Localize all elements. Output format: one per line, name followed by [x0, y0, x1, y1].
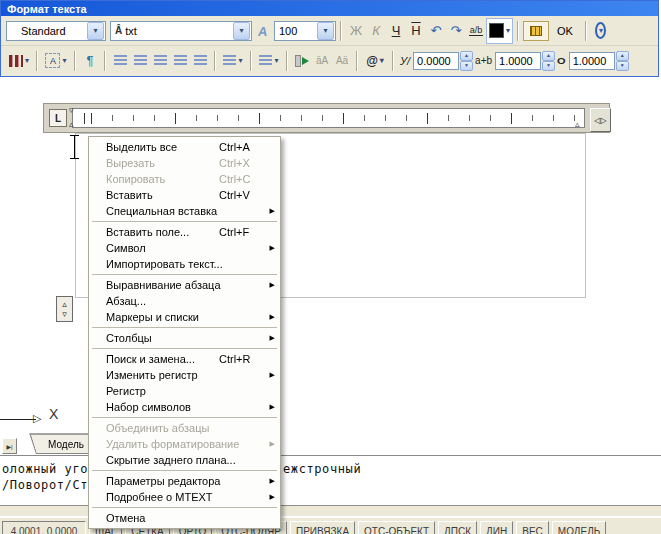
chevron-down-icon: ▾	[274, 56, 278, 65]
chevron-down-icon[interactable]	[233, 22, 250, 40]
menu-item[interactable]: Изменить регистр ▶	[90, 367, 279, 383]
menu-item[interactable]	[92, 417, 277, 418]
menu-item[interactable]: Удалить форматирование ▶	[90, 436, 279, 452]
menu-item[interactable]: Подробнее о MTEXT ▶	[90, 489, 279, 505]
options-button[interactable]: ▼	[591, 21, 611, 41]
status-toggle-button[interactable]: ДИН	[480, 521, 513, 534]
justify-button[interactable]	[170, 51, 190, 71]
underline-button[interactable]: Ч	[386, 21, 406, 41]
status-toggle-button[interactable]: ДПСК	[438, 521, 477, 534]
dialog-titlebar[interactable]: Формат текста	[1, 1, 658, 16]
chevron-down-icon[interactable]	[317, 22, 334, 40]
columns-button[interactable]: ▾	[6, 51, 32, 71]
lowercase-button[interactable]: Aä	[332, 51, 352, 71]
tab-stop-type-button[interactable]: L	[49, 109, 67, 127]
paragraph-button[interactable]: ¶	[80, 51, 100, 71]
menu-item[interactable]: Регистр	[90, 383, 279, 399]
menu-item[interactable]: Столбцы ▶	[90, 330, 279, 346]
symbol-button[interactable]: @ ▾	[362, 51, 388, 71]
hanging-indent-marker[interactable]: ▵	[69, 120, 74, 129]
command-text-fragment: ежстрочный	[283, 462, 361, 476]
menu-item[interactable]	[92, 507, 277, 508]
tracking-field[interactable]: 1.0000	[495, 52, 541, 70]
oblique-angle-stepper[interactable]	[460, 51, 473, 71]
ok-button[interactable]: OK	[549, 21, 581, 41]
oblique-angle-field[interactable]: 0.0000	[413, 52, 459, 70]
menu-item[interactable]	[92, 348, 277, 349]
spinner-up-icon[interactable]	[616, 51, 629, 61]
menu-item[interactable]: Копировать Ctrl+C	[90, 171, 279, 187]
menu-item[interactable]	[92, 274, 277, 275]
menu-item[interactable]: Вставить Ctrl+V	[90, 187, 279, 203]
menu-item-shortcut: Ctrl+R	[219, 353, 265, 365]
menu-item-label: Подробнее о MTEXT	[106, 491, 213, 503]
stack-fraction-button[interactable]: a/b	[466, 21, 486, 41]
menu-item[interactable]: Скрытие заднего плана...	[90, 452, 279, 468]
menu-item[interactable]: Параметры редактора ▶	[90, 473, 279, 489]
spinner-down-icon[interactable]	[460, 61, 473, 71]
width-factor-field[interactable]: 1.0000	[569, 52, 615, 70]
menu-item-label: Копировать	[106, 173, 165, 185]
menu-item-label: Параметры редактора	[106, 475, 220, 487]
first-line-indent-marker[interactable]: ▿	[69, 106, 74, 115]
status-toggle-button[interactable]: МОДЕЛЬ	[552, 521, 606, 534]
text-style-combobox[interactable]: Standard	[6, 21, 106, 41]
height-grip[interactable]: ▵▿	[56, 296, 73, 322]
font-combobox[interactable]: Â txt	[110, 21, 252, 41]
tab-model[interactable]: Модель	[36, 437, 96, 454]
insert-field-button[interactable]	[292, 51, 312, 71]
menu-item[interactable]: Импортировать текст...	[90, 256, 279, 272]
width-grip-button[interactable]: ◁▷	[590, 108, 611, 132]
menu-item[interactable]: Выравнивание абзаца ▶	[90, 277, 279, 293]
menu-item[interactable]: Маркеры и списки ▶	[90, 309, 279, 325]
status-toggle-button[interactable]: ВЕС	[516, 521, 549, 534]
menu-item[interactable]: Специальная вставка ▶	[90, 203, 279, 219]
menu-item[interactable]: Набор символов ▶	[90, 399, 279, 415]
menu-item[interactable]: Выделить все Ctrl+A	[90, 139, 279, 155]
menu-item[interactable]: Абзац...	[90, 293, 279, 309]
distribute-button[interactable]	[190, 51, 210, 71]
status-toggle-button[interactable]: ОТС-ОБЪЕКТ	[358, 521, 435, 534]
status-toggle-button[interactable]: ПРИВЯЗКА	[290, 521, 355, 534]
menu-item[interactable]: Вырезать Ctrl+X	[90, 155, 279, 171]
numbering-button[interactable]: ▾	[256, 51, 282, 71]
ruler[interactable]	[72, 108, 585, 128]
menu-item[interactable]: Символ ▶	[90, 240, 279, 256]
ruler-toggle-button[interactable]	[523, 21, 549, 41]
menu-item[interactable]: Поиск и замена... Ctrl+R	[90, 351, 279, 367]
text-height-combobox[interactable]: 100	[274, 21, 336, 41]
spinner-down-icon[interactable]	[616, 61, 629, 71]
uppercase-button[interactable]: äA	[312, 51, 332, 71]
menu-item-label: Регистр	[106, 385, 146, 397]
spinner-up-icon[interactable]	[460, 51, 473, 61]
menu-item[interactable]: Объединить абзацы	[90, 420, 279, 436]
menu-item[interactable]	[92, 221, 277, 222]
right-indent-marker[interactable]: ▵	[575, 120, 580, 129]
justify-icon	[174, 55, 187, 66]
redo-button[interactable]: ↷	[446, 21, 466, 41]
mtext-justification-button[interactable]: А ▾	[42, 51, 70, 71]
menu-item-label: Набор символов	[106, 401, 191, 413]
dialog-title: Формат текста	[7, 3, 87, 15]
text-color-dropdown[interactable]: ▾	[486, 18, 513, 44]
width-factor-stepper[interactable]	[616, 51, 629, 71]
italic-button[interactable]: К	[366, 21, 386, 41]
align-left-button[interactable]	[110, 51, 130, 71]
bold-button[interactable]: Ж	[346, 21, 366, 41]
undo-button[interactable]: ↶	[426, 21, 446, 41]
align-center-button[interactable]	[130, 51, 150, 71]
tracking-stepper[interactable]	[542, 51, 555, 71]
spinner-up-icon[interactable]	[542, 51, 555, 61]
menu-item[interactable]: Отмена	[90, 510, 279, 526]
overline-button[interactable]: H	[406, 21, 426, 41]
chevron-down-icon[interactable]	[87, 22, 104, 40]
ucs-x-label: X	[49, 406, 58, 422]
line-spacing-button[interactable]: ▾	[220, 51, 246, 71]
menu-item[interactable]	[92, 470, 277, 471]
spinner-down-icon[interactable]	[542, 61, 555, 71]
menu-item[interactable]	[92, 327, 277, 328]
menu-item[interactable]: Вставить поле... Ctrl+F	[90, 224, 279, 240]
tab-nav-button[interactable]: ▶|	[2, 438, 17, 454]
align-right-button[interactable]	[150, 51, 170, 71]
separator	[214, 51, 216, 71]
